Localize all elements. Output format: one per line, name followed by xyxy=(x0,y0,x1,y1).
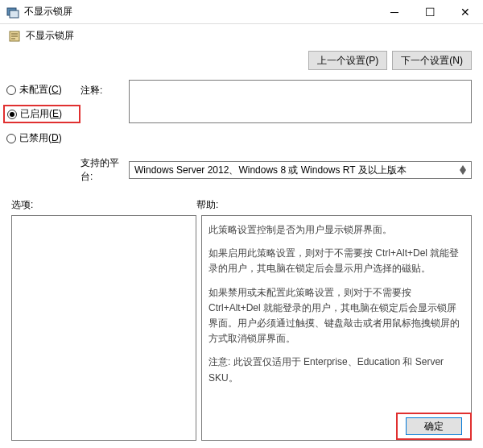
help-text: 如果禁用或未配置此策略设置，则对于不需要按 Ctrl+Alt+Del 就能登录的… xyxy=(208,285,464,347)
platforms-label: 支持的平台: xyxy=(80,156,129,184)
options-pane[interactable] xyxy=(11,215,196,441)
radio-unconfigured[interactable]: 未配置(C) xyxy=(6,83,80,97)
radio-icon xyxy=(6,134,16,143)
help-text: 此策略设置控制是否为用户显示锁屏界面。 xyxy=(208,222,464,238)
window-title: 不显示锁屏 xyxy=(24,5,377,19)
platforms-textbox[interactable]: Windows Server 2012、Windows 8 或 Windows … xyxy=(129,161,472,179)
micro-scroll[interactable] xyxy=(460,165,466,175)
radio-icon xyxy=(7,110,17,119)
help-pane: 此策略设置控制是否为用户显示锁屏界面。 如果启用此策略设置，则对于不需要按 Ct… xyxy=(201,215,472,441)
help-text: 注意: 此设置仅适用于 Enterprise、Education 和 Serve… xyxy=(208,355,464,385)
window-titlebar: 不显示锁屏 ─ ☐ ✕ xyxy=(0,0,483,24)
options-heading: 选项: xyxy=(11,198,196,212)
policy-header: 不显示锁屏 xyxy=(0,24,483,48)
platforms-value: Windows Server 2012、Windows 8 或 Windows … xyxy=(134,164,407,177)
highlight-box: 已启用(E) xyxy=(3,105,80,123)
radio-icon xyxy=(6,85,16,95)
comment-label: 注释: xyxy=(80,80,129,97)
ok-highlight: 确定 xyxy=(396,413,472,440)
comment-textbox[interactable] xyxy=(129,80,472,123)
radio-disabled-label: 已禁用(D) xyxy=(19,131,62,145)
svg-rect-1 xyxy=(10,10,19,18)
maximize-button[interactable]: ☐ xyxy=(412,0,448,23)
radio-disabled[interactable]: 已禁用(D) xyxy=(6,131,80,145)
chevron-down-icon xyxy=(460,170,466,175)
radio-enabled-label: 已启用(E) xyxy=(20,107,62,121)
help-text: 如果启用此策略设置，则对于不需要按 Ctrl+Alt+Del 就能登录的用户，其… xyxy=(208,246,464,276)
previous-setting-button[interactable]: 上一个设置(P) xyxy=(308,51,387,70)
radio-unconfigured-label: 未配置(C) xyxy=(19,83,62,97)
minimize-button[interactable]: ─ xyxy=(377,0,412,23)
radio-enabled[interactable]: 已启用(E) xyxy=(7,107,76,121)
policy-title: 不显示锁屏 xyxy=(26,29,74,43)
ok-button[interactable]: 确定 xyxy=(406,417,462,435)
close-button[interactable]: ✕ xyxy=(448,0,483,23)
help-heading: 帮助: xyxy=(196,198,472,212)
policy-icon xyxy=(8,30,21,43)
window-icon xyxy=(6,6,19,19)
next-setting-button[interactable]: 下一个设置(N) xyxy=(392,51,472,70)
